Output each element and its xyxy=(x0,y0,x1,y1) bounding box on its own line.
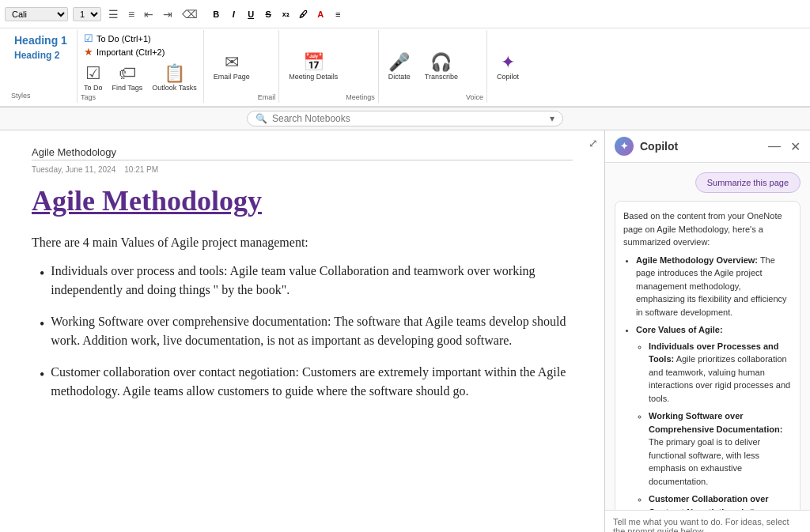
clear-format-btn[interactable]: ⌫ xyxy=(180,6,200,22)
bullet2-title: Core Values of Agile: xyxy=(636,325,723,334)
find-tags-btn[interactable]: 🏷 Find Tags xyxy=(108,62,146,93)
note-content: ⤢ Agile Methodology Tuesday, June 11, 20… xyxy=(0,130,604,532)
search-wrap: 🔍 ▾ xyxy=(247,111,563,126)
strikethrough-btn[interactable]: S xyxy=(260,6,276,22)
transcribe-icon: 🎧 xyxy=(430,52,452,73)
outlook-icon: 📋 xyxy=(164,63,185,84)
highlight-btn[interactable]: 🖊 xyxy=(295,6,311,22)
bullet-1: • Individuals over process and tools: Ag… xyxy=(32,262,573,300)
response-intro: Based on the content from your OneNote p… xyxy=(623,209,792,249)
indent-decrease-btn[interactable]: ⇤ xyxy=(142,6,156,22)
bold-btn[interactable]: B xyxy=(208,6,224,22)
important-label: Important (Ctrl+2) xyxy=(97,47,165,57)
bullet-1-text: Individuals over process and tools: Agil… xyxy=(51,262,573,300)
check-icon: ☑ xyxy=(84,32,93,44)
meeting-details-label: Meeting Details xyxy=(289,73,338,81)
note-heading: Agile Methodology xyxy=(32,184,262,217)
underline-btn[interactable]: U xyxy=(243,6,259,22)
note-date: Tuesday, June 11, 2024 10:21 PM xyxy=(32,165,158,174)
transcribe-btn[interactable]: 🎧 Transcribe xyxy=(418,32,464,101)
sub-bullet1: Individuals over Processes and Tools: Ag… xyxy=(649,340,792,406)
transcribe-label: Transcribe xyxy=(425,73,458,81)
heading1-label: Heading 1 xyxy=(14,34,67,47)
meeting-details-btn[interactable]: 📅 Meeting Details xyxy=(282,32,344,101)
copilot-close-btn[interactable]: ✕ xyxy=(790,139,801,154)
email-group: ✉ Email Page Email xyxy=(204,30,280,103)
italic-btn[interactable]: I xyxy=(225,6,241,22)
tags-bottom-row: ☑ To Do 🏷 Find Tags 📋 Outlook Tasks xyxy=(81,62,200,93)
voice-group: 🎤 Dictate 🎧 Transcribe Voice xyxy=(379,30,487,103)
main-area: ⤢ Agile Methodology Tuesday, June 11, 20… xyxy=(0,130,810,532)
email-icon: ✉ xyxy=(225,52,239,73)
sub-bullet3: Customer Collaboration over Contract Neg… xyxy=(649,492,792,510)
note-intro: There are 4 main Values of Agile project… xyxy=(32,233,573,252)
email-group-label: Email xyxy=(258,93,276,101)
bullet-3-marker: • xyxy=(40,364,44,401)
meeting-icon: 📅 xyxy=(303,52,324,73)
todo-icon: ☑ xyxy=(85,63,101,84)
tag-row-1: ☑ To Do (Ctrl+1) xyxy=(81,32,200,45)
indent-increase-btn[interactable]: ⇥ xyxy=(161,6,175,22)
bullet-1-marker: • xyxy=(40,263,44,300)
response-bullet2: Core Values of Agile: Individuals over P… xyxy=(636,323,792,510)
important-tag-btn[interactable]: ★ Important (Ctrl+2) xyxy=(81,45,168,58)
email-page-label: Email Page xyxy=(214,73,250,81)
font-color-btn[interactable]: A xyxy=(312,6,328,22)
subscript-btn[interactable]: x₂ xyxy=(278,6,293,22)
meetings-group-label: Meetings xyxy=(346,93,375,101)
heading1-style[interactable]: Heading 1 xyxy=(11,33,70,47)
outlook-tasks-label: Outlook Tasks xyxy=(152,84,196,92)
search-input[interactable] xyxy=(272,113,545,124)
ribbon-top: Cali 11 ☰ ≡ ⇤ ⇥ ⌫ B I U S x₂ 🖊 A ≡ xyxy=(0,0,810,28)
bullet1-title: Agile Methodology Overview: xyxy=(636,255,758,265)
tag-row-2: ★ Important (Ctrl+2) xyxy=(81,45,200,58)
search-bar: 🔍 ▾ xyxy=(0,108,810,130)
sub-bullet2: Working Software over Comprehensive Docu… xyxy=(649,409,792,488)
tags-group-label: Tags xyxy=(81,93,200,101)
tags-group: ☑ To Do (Ctrl+1) ★ Important (Ctrl+2) ☑ … xyxy=(78,30,204,103)
bullet-2-text: Working Software over comprehensive docu… xyxy=(51,312,573,350)
bullet-3: • Customer collaboration over contact ne… xyxy=(32,363,573,401)
bullet-2-marker: • xyxy=(40,314,44,350)
page-title: Agile Methodology xyxy=(32,146,116,158)
copilot-group: ✦ Copilot xyxy=(487,30,528,103)
font-size-select[interactable]: 11 xyxy=(73,7,101,21)
numbering-btn[interactable]: ≡ xyxy=(126,6,137,22)
copilot-response: Based on the content from your OneNote p… xyxy=(615,201,801,510)
response-bullet1: Agile Methodology Overview: The page int… xyxy=(636,254,792,319)
todo-tag-btn[interactable]: ☑ To Do (Ctrl+1) xyxy=(81,32,154,45)
copilot-panel: ✦ Copilot — ✕ Summarize this page Based … xyxy=(604,130,810,532)
todo-btn-label: To Do xyxy=(84,84,103,92)
heading2-label: Heading 2 xyxy=(14,50,59,61)
summarize-btn[interactable]: Summarize this page xyxy=(695,172,801,193)
expand-icon[interactable]: ⤢ xyxy=(589,137,598,149)
sub2-title: Working Software over Comprehensive Docu… xyxy=(649,411,782,434)
heading2-style[interactable]: Heading 2 xyxy=(11,49,70,62)
search-icon: 🔍 xyxy=(255,113,267,124)
align-btn[interactable]: ≡ xyxy=(330,6,346,22)
copilot-minimize-btn[interactable]: — xyxy=(768,139,781,153)
search-dropdown-icon[interactable]: ▾ xyxy=(550,113,555,124)
note-body: There are 4 main Values of Agile project… xyxy=(32,233,573,401)
dictate-icon: 🎤 xyxy=(388,52,410,73)
dictate-label: Dictate xyxy=(388,73,411,81)
copilot-ribbon-label: Copilot xyxy=(497,73,519,81)
font-name-select[interactable]: Cali xyxy=(5,7,68,21)
bullets-btn[interactable]: ☰ xyxy=(106,6,121,22)
outlook-tasks-btn[interactable]: 📋 Outlook Tasks xyxy=(149,62,199,93)
copilot-ribbon-icon: ✦ xyxy=(501,52,515,73)
meetings-group: 📅 Meeting Details Meetings xyxy=(279,30,379,103)
dictate-btn[interactable]: 🎤 Dictate xyxy=(382,32,417,101)
copilot-footer: Tell me what you want to do. For ideas, … xyxy=(605,510,810,532)
find-tags-label: Find Tags xyxy=(112,84,142,92)
font-controls: Cali 11 ☰ ≡ ⇤ ⇥ ⌫ B I U S x₂ 🖊 A ≡ xyxy=(5,6,805,22)
copilot-input-text: Tell me what you want to do. For ideas, … xyxy=(613,517,802,532)
copilot-header: ✦ Copilot — ✕ xyxy=(605,130,810,163)
styles-group-label: Styles xyxy=(11,92,70,100)
email-page-btn[interactable]: ✉ Email Page xyxy=(207,32,256,101)
copilot-ribbon-btn[interactable]: ✦ Copilot xyxy=(490,32,525,101)
sub2-body: The primary goal is to deliver functiona… xyxy=(649,437,760,486)
todo-btn[interactable]: ☑ To Do xyxy=(81,62,106,93)
voice-group-label: Voice xyxy=(466,93,483,101)
copilot-title: Copilot xyxy=(640,140,762,153)
